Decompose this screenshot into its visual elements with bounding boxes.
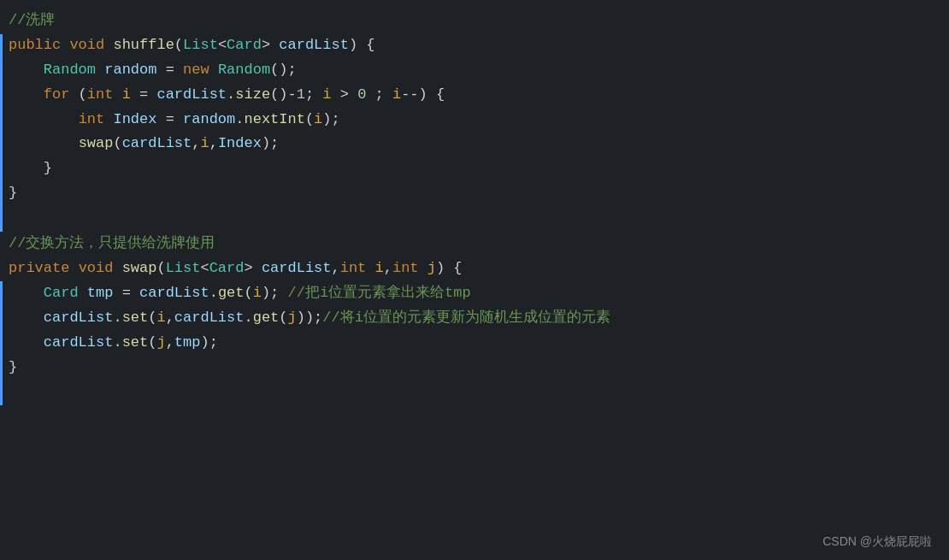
watermark: CSDN @火烧屁屁啦 (822, 534, 932, 550)
kw-int2: int (79, 108, 105, 133)
var-cardlist7: cardList (44, 331, 114, 356)
fn-get1: get (218, 281, 245, 306)
fn-set1: set (122, 306, 149, 331)
line-for-loop: for ( int i = cardList . size ()- 1 ; i … (9, 83, 932, 108)
fn-shuffle: shuffle (113, 33, 174, 58)
kw-private: private (9, 256, 69, 281)
var-i1: i (122, 83, 131, 108)
type-random: Random (44, 58, 96, 83)
line-set-i: cardList . set ( i , cardList . get ( j … (9, 306, 932, 331)
comment-swap: //交换方法，只提供给洗牌使用 (9, 232, 215, 256)
param-cardlist3: cardList (262, 256, 332, 281)
var-j1: j (288, 306, 297, 331)
kw-void: void (69, 33, 104, 58)
line-tmp-decl: Card tmp = cardList . get ( i ); //把i位置元… (9, 281, 932, 306)
num-1: 1 (297, 83, 305, 108)
type-card: Card (227, 33, 262, 58)
line-comment1: //洗牌 (9, 9, 932, 33)
var-i2: i (322, 83, 331, 108)
kw-new: new (183, 58, 209, 83)
kw-int1: int (87, 83, 114, 108)
var-cardlist6: cardList (174, 306, 245, 331)
var-tmp: tmp (87, 281, 114, 306)
kw-public: public (9, 33, 61, 58)
var-i4: i (314, 108, 322, 133)
comment-shuffle: //洗牌 (9, 9, 55, 33)
line-random-decl: Random random = new Random (); (9, 58, 932, 83)
param-j: j (427, 256, 436, 281)
var-random: random (104, 58, 156, 83)
type-list: List (183, 33, 218, 58)
line-comment2: //交换方法，只提供给洗牌使用 (9, 232, 932, 256)
type-random2: Random (218, 58, 270, 83)
var-index2: Index (218, 132, 262, 156)
type-card3: Card (44, 281, 79, 306)
section-gap (9, 206, 932, 232)
kw-int3: int (340, 256, 367, 281)
var-cardlist2: cardList (122, 132, 192, 156)
line-shuffle-sig: public void shuffle ( List < Card > card… (9, 33, 932, 58)
fn-swap2: swap (122, 256, 157, 281)
code-editor: //洗牌 public void shuffle ( List < Card >… (0, 0, 949, 560)
line-swap-call: swap ( cardList , i , Index ); (9, 132, 932, 156)
var-cardlist5: cardList (44, 306, 114, 331)
var-i7: i (156, 306, 165, 331)
fn-get2: get (253, 306, 280, 331)
kw-void2: void (79, 256, 114, 281)
var-cardlist1: cardList (156, 83, 227, 108)
type-list2: List (166, 256, 201, 281)
param-cardlist: cardList (279, 33, 349, 58)
var-i5: i (200, 132, 209, 156)
var-index: Index (113, 108, 156, 133)
fn-set2: set (122, 331, 149, 356)
fn-swap1: swap (79, 132, 114, 156)
var-i3: i (392, 83, 401, 108)
code-content: //洗牌 public void shuffle ( List < Card >… (0, 9, 949, 380)
var-i6: i (253, 281, 262, 306)
line-close-swap: } (9, 356, 932, 380)
fn-size: size (235, 83, 270, 108)
inline-comment2: //将i位置的元素更新为随机生成位置的元素 (322, 306, 610, 331)
var-cardlist4: cardList (139, 281, 209, 306)
line-close-for: } (9, 156, 932, 181)
kw-for: for (44, 83, 70, 108)
var-tmp2: tmp (174, 331, 201, 356)
line-close-shuffle: } (9, 181, 932, 206)
inline-comment1: //把i位置元素拿出来给tmp (288, 281, 471, 306)
num-0: 0 (357, 83, 366, 108)
line-set-j: cardList . set ( j , tmp ); (9, 331, 932, 356)
line-swap-sig: private void swap ( List < Card > cardLi… (9, 256, 932, 281)
param-i: i (375, 256, 384, 281)
kw-int4: int (392, 256, 419, 281)
type-card2: Card (209, 256, 245, 281)
line-index-decl: int Index = random . nextInt ( i ); (9, 108, 932, 133)
var-random2: random (183, 108, 235, 133)
var-j2: j (156, 331, 165, 356)
fn-nextint: nextInt (244, 108, 304, 133)
